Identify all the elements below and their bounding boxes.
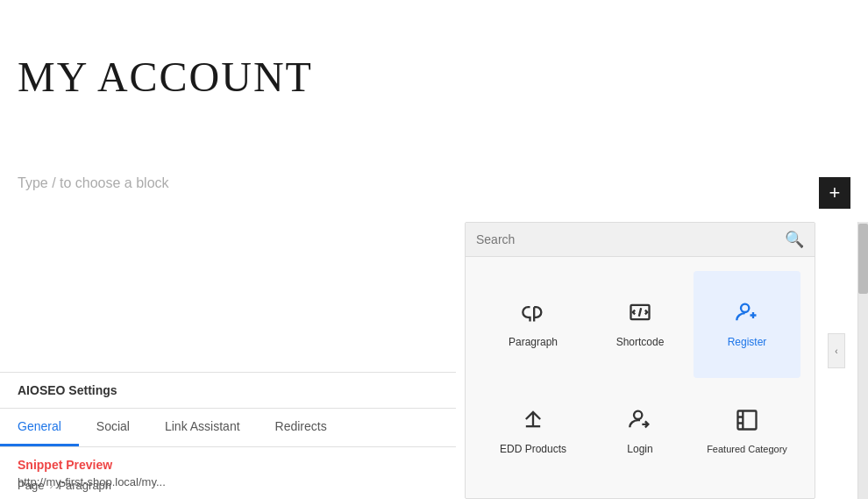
paragraph-label: Paragraph [509,336,558,348]
breadcrumb-chevron: › [49,480,53,492]
block-item-featured-category[interactable]: Featured Category [694,378,800,485]
add-block-button[interactable]: + [819,177,850,209]
svg-rect-3 [738,410,757,429]
register-label: Register [728,336,767,348]
search-input[interactable] [476,232,778,246]
tab-social[interactable]: Social [79,409,147,446]
svg-point-2 [634,410,642,418]
featured-category-label: Featured Category [707,444,787,454]
edd-products-label: EDD Products [500,443,566,455]
snippet-preview-label: Snippet Preview [18,458,438,472]
page-title: MY ACCOUNT [18,53,313,101]
expand-arrow[interactable]: ‹ [828,333,845,368]
block-picker-grid: Paragraph Shortcode [466,257,815,498]
paragraph-icon [521,300,545,329]
aioseo-tabs: General Social Link Assistant Redirects [0,409,456,447]
tab-general[interactable]: General [0,409,79,446]
tab-redirects[interactable]: Redirects [258,409,345,446]
block-placeholder[interactable]: Type / to choose a block [18,175,169,191]
breadcrumb: Page › Paragraph [18,479,111,492]
featured-category-icon [735,408,759,437]
block-item-paragraph[interactable]: Paragraph [480,271,587,378]
block-picker-panel: 🔍 Paragraph Short [465,222,815,499]
login-icon [628,407,652,436]
breadcrumb-page: Page [18,479,44,492]
svg-point-1 [741,304,749,312]
editor-area: MY ACCOUNT Type / to choose a block + AI… [0,0,868,499]
block-picker-search-bar: 🔍 [466,223,815,257]
breadcrumb-current: Paragraph [58,479,111,492]
edd-products-icon [521,407,545,436]
shortcode-label: Shortcode [616,336,665,348]
login-label: Login [627,443,652,455]
block-item-login[interactable]: Login [587,378,694,485]
shortcode-icon [628,300,652,329]
block-item-shortcode[interactable]: Shortcode [587,271,694,378]
block-item-edd-products[interactable]: EDD Products [480,378,587,485]
register-icon [735,300,759,329]
scrollbar-track[interactable] [857,222,868,499]
search-icon: 🔍 [785,230,804,249]
block-item-register[interactable]: Register [694,271,800,378]
scrollbar-thumb[interactable] [858,224,868,294]
tab-link-assistant[interactable]: Link Assistant [147,409,258,446]
aioseo-header: AIOSEO Settings [0,373,456,409]
